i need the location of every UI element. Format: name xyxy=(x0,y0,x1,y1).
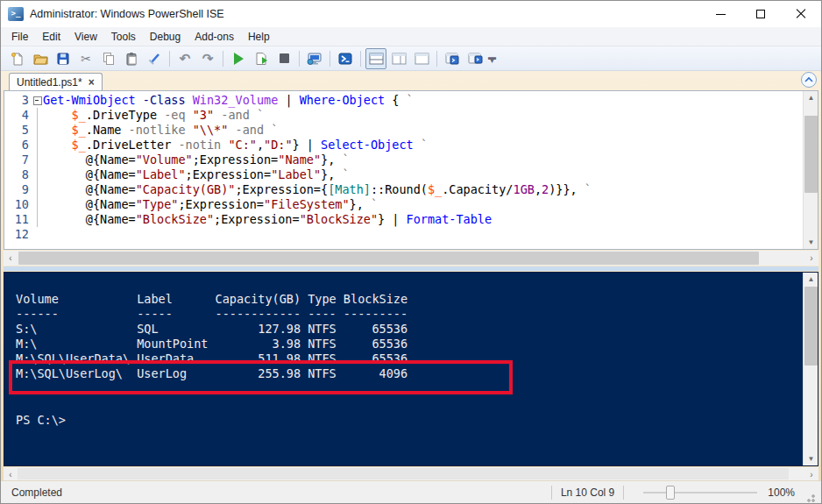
script-tab[interactable]: Untitled1.ps1* × xyxy=(9,73,103,90)
menu-bar: File Edit View Tools Debug Add-ons Help xyxy=(1,27,821,46)
console-prompt[interactable]: PS C:\> xyxy=(16,413,803,428)
console-hscroll-thumb[interactable] xyxy=(18,468,789,479)
console-line: S:\ SQL 127.98 NTFS 65536 xyxy=(16,322,803,337)
cut-icon[interactable]: ✂ xyxy=(75,48,96,69)
menu-view[interactable]: View xyxy=(67,29,104,45)
menu-edit[interactable]: Edit xyxy=(35,29,67,45)
code-line[interactable]: 3Get-WmiObject -Class Win32_Volume | Whe… xyxy=(4,93,803,108)
clear-console-icon[interactable] xyxy=(144,48,165,69)
menu-file[interactable]: File xyxy=(4,29,35,45)
scroll-up-arrow[interactable]: ▲ xyxy=(804,91,818,104)
tab-bar: Untitled1.ps1* × xyxy=(4,71,818,90)
paste-icon[interactable] xyxy=(121,48,142,69)
copy-icon[interactable] xyxy=(98,48,119,69)
editor-vertical-scrollbar[interactable]: ▲ ▼ xyxy=(803,91,818,249)
minimize-button[interactable] xyxy=(700,1,741,27)
code-line[interactable]: 8 @{Name="Label";Expression="Label"}, ` xyxy=(4,167,803,182)
script-editor-pane[interactable]: 3Get-WmiObject -Class Win32_Volume | Whe… xyxy=(4,90,818,250)
new-script-icon[interactable] xyxy=(7,48,28,69)
status-text: Completed xyxy=(11,486,542,499)
toolbar-separator xyxy=(436,51,437,67)
title-bar: >_ Administrator: Windows PowerShell ISE xyxy=(1,1,821,27)
toolbar-separator xyxy=(360,51,361,67)
zoom-slider[interactable] xyxy=(643,485,757,500)
powershell-ise-window: >_ Administrator: Windows PowerShell ISE… xyxy=(0,0,822,504)
zoom-slider-thumb[interactable] xyxy=(666,486,675,500)
toolbar-separator xyxy=(330,51,330,67)
console-line-highlighted: M:\SQL\UserLog\ UserLog 255.98 NTFS 4096 xyxy=(16,366,803,381)
scroll-down-arrow[interactable]: ▼ xyxy=(804,236,818,249)
workspace: Untitled1.ps1* × 3Get-WmiObject -Class W… xyxy=(1,71,821,480)
code-lines[interactable]: 3Get-WmiObject -Class Win32_Volume | Whe… xyxy=(4,91,803,249)
scroll-right-arrow[interactable]: › xyxy=(804,467,818,482)
scroll-up-arrow[interactable]: ▲ xyxy=(804,273,818,286)
chevron-up-icon xyxy=(804,76,813,83)
editor-hscroll-thumb[interactable] xyxy=(18,252,759,265)
menu-debug[interactable]: Debug xyxy=(143,29,188,45)
scissors-glyph: ✂ xyxy=(81,52,91,66)
scroll-right-arrow[interactable]: › xyxy=(804,251,818,266)
new-remote-powershell-tab-icon[interactable] xyxy=(304,48,325,69)
maximize-icon xyxy=(756,10,765,18)
collapse-script-pane-button[interactable] xyxy=(801,72,817,88)
toolbar-overflow-icon[interactable]: ▬▾ xyxy=(488,55,496,62)
scroll-down-arrow[interactable]: ▼ xyxy=(804,452,818,465)
console-line: M:\ MountPoint 3.98 NTFS 65536 xyxy=(16,337,803,351)
powershell-app-icon: >_ xyxy=(8,7,24,21)
code-line[interactable]: 5 $_.Name -notlike "\\*" -and ` xyxy=(4,123,803,138)
undo-icon[interactable]: ↶ xyxy=(174,48,195,69)
close-button[interactable] xyxy=(781,1,821,27)
new-powershell-tab-icon[interactable] xyxy=(442,48,463,69)
show-script-pane-right-icon[interactable] xyxy=(388,48,409,69)
toolbar-separator xyxy=(299,51,300,67)
scroll-left-arrow[interactable]: ‹ xyxy=(4,251,18,266)
menu-help[interactable]: Help xyxy=(241,29,277,45)
toolbar-separator xyxy=(223,51,223,67)
code-line[interactable]: 7 @{Name="Volume";Expression="Name"}, ` xyxy=(4,153,803,167)
toolbar: ✂ ↶ ↷ ▬▾ xyxy=(1,46,821,71)
console-pane[interactable]: Volume Label Capacity(GB) Type BlockSize… xyxy=(4,272,818,466)
console-line: M:\SQL\UserData\ UserData 511.98 NTFS 65… xyxy=(16,351,803,366)
zoom-slider-track[interactable] xyxy=(643,492,757,493)
code-line[interactable]: 6 $_.DriveLetter -notin "C:","D:"} | Sel… xyxy=(4,138,803,153)
status-separator xyxy=(623,486,624,500)
close-powershell-tab-icon[interactable] xyxy=(464,48,485,69)
stop-operation-icon[interactable] xyxy=(273,48,294,69)
undo-glyph: ↶ xyxy=(180,52,191,65)
menu-tools[interactable]: Tools xyxy=(104,29,143,45)
pane-splitter[interactable] xyxy=(4,266,818,271)
console-line: Volume Label Capacity(GB) Type BlockSize xyxy=(16,292,803,307)
maximize-button[interactable] xyxy=(741,1,781,27)
save-icon[interactable] xyxy=(53,48,74,69)
redo-glyph: ↷ xyxy=(202,52,214,65)
show-script-pane-top-icon[interactable] xyxy=(365,48,386,69)
console-vscroll-thumb[interactable] xyxy=(804,287,818,366)
resize-grip-icon[interactable] xyxy=(804,491,816,503)
script-tab-label: Untitled1.ps1* xyxy=(17,76,82,89)
console-vertical-scrollbar[interactable]: ▲ ▼ xyxy=(803,273,818,465)
play-glyph xyxy=(234,53,244,65)
code-line[interactable]: 10 @{Name="Type";Expression="FileSystem"… xyxy=(4,197,803,212)
code-line[interactable]: 4 $_.DriveType -eq "3" -and ` xyxy=(4,108,803,123)
show-script-pane-maximized-icon[interactable] xyxy=(411,48,432,69)
redo-icon[interactable]: ↷ xyxy=(197,48,218,69)
editor-horizontal-scrollbar[interactable]: ‹ › xyxy=(4,251,818,266)
open-folder-icon[interactable] xyxy=(30,48,51,69)
minimize-icon xyxy=(716,14,726,15)
menu-add-ons[interactable]: Add-ons xyxy=(188,29,241,45)
console-horizontal-scrollbar[interactable]: ‹ › xyxy=(4,467,818,480)
run-selection-icon[interactable] xyxy=(251,48,272,69)
code-line[interactable]: 12 xyxy=(4,227,803,242)
zoom-percent: 100% xyxy=(768,486,795,499)
editor-vscroll-thumb[interactable] xyxy=(804,116,818,193)
tab-close-icon[interactable]: × xyxy=(89,76,95,89)
status-bar: Completed Ln 10 Col 9 100% xyxy=(1,480,821,503)
start-powershell-icon[interactable] xyxy=(335,48,356,69)
code-line[interactable]: 11 @{Name="BlockSize";Expression="BlockS… xyxy=(4,212,803,227)
console-output[interactable]: Volume Label Capacity(GB) Type BlockSize… xyxy=(4,273,803,465)
code-line[interactable]: 9 @{Name="Capacity(GB)";Expression={[Mat… xyxy=(4,182,803,197)
scroll-left-arrow[interactable]: ‹ xyxy=(4,467,18,482)
run-script-icon[interactable] xyxy=(228,48,249,69)
stop-glyph xyxy=(280,53,289,63)
window-title: Administrator: Windows PowerShell ISE xyxy=(30,8,700,20)
